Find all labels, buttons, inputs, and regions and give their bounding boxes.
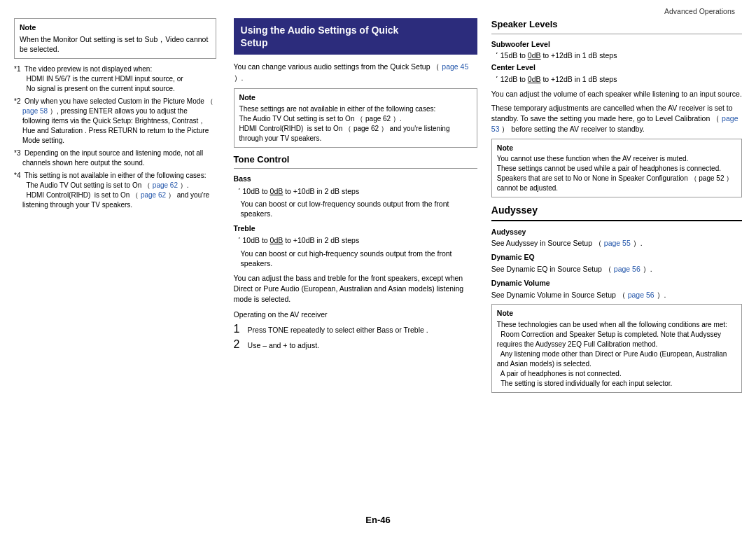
- mid-intro: You can change various audio settings fr…: [234, 62, 477, 83]
- dynamic-eq-desc: See Dynamic EQ in Source Setup （ page 56…: [491, 264, 742, 275]
- step-text-2: Use – and + to adjust.: [248, 339, 319, 351]
- footnote-4: *4 This setting is not available in eith…: [14, 171, 216, 210]
- speaker-desc1: You can adjust the volume of each speake…: [491, 89, 742, 99]
- footnote-3: *3 Depending on the input source and lis…: [14, 148, 216, 168]
- operating-label: Operating on the AV receiver: [234, 310, 477, 320]
- center-label: Center Level: [491, 62, 742, 73]
- footnote-num-2: *2: [14, 97, 24, 105]
- subwoofer-label: Subwoofer Level: [491, 39, 742, 50]
- speaker-levels-title: Speaker Levels: [491, 18, 742, 34]
- page-footer: En-46: [14, 515, 742, 528]
- steps-list: 1 Press TONE repeatedly to select either…: [234, 324, 477, 350]
- link-page52[interactable]: page 52: [699, 174, 724, 182]
- advanced-operations-label: Advanced Operations: [664, 7, 735, 15]
- bass-desc: You can boost or cut low-frequency sound…: [241, 199, 477, 219]
- note-mid-text: These settings are not available in eith…: [239, 104, 472, 144]
- section-label: Advanced Operations: [14, 7, 742, 15]
- middle-column: Using the Audio Settings of Quick Setup …: [227, 18, 484, 510]
- page-number: En-46: [365, 515, 390, 525]
- link-page58[interactable]: page 58: [22, 107, 48, 115]
- link-page45[interactable]: page 45: [442, 62, 468, 71]
- bass-range: ʼ 10dB to 0dB to +10dB in 2 dB steps: [238, 186, 477, 197]
- note-right2-text: These technologies can be used when all …: [497, 320, 736, 389]
- tone-control-title: Tone Control: [234, 153, 477, 169]
- center-range: ʼ 12dB to 0dB to +12dB in 1 dB steps: [496, 74, 742, 85]
- note-label-1: Note: [20, 22, 211, 33]
- page-container: Advanced Operations Note When the Monito…: [0, 0, 756, 535]
- link-dynamic-eq-page56[interactable]: page 56: [614, 265, 640, 273]
- note-label-mid: Note: [239, 92, 472, 103]
- note-box-monitor: Note When the Monitor Out setting is set…: [14, 18, 216, 59]
- footnote-num-4: *4: [14, 172, 24, 179]
- audyssey-item-label: Audyssey: [491, 227, 742, 237]
- note-box-right1: Note You cannot use these function when …: [491, 139, 742, 198]
- section-title-line2: Setup: [241, 36, 470, 49]
- audyssey-item-desc: See Audyssey in Source Setup （ page 55 ）…: [491, 238, 742, 249]
- tone-adjust-para: You can adjust the bass and treble for t…: [234, 273, 477, 305]
- link-audyssey-page55[interactable]: page 55: [604, 239, 631, 247]
- right-column: Speaker Levels Subwoofer Level ʼ 15dB to…: [484, 18, 742, 510]
- left-column: Note When the Monitor Out setting is set…: [14, 18, 227, 510]
- section-title-box: Using the Audio Settings of Quick Setup: [234, 18, 477, 55]
- subwoofer-range: ʼ 15dB to 0dB to +12dB in 1 dB steps: [496, 50, 742, 61]
- audyssey-title: Audyssey: [491, 203, 742, 221]
- dynamic-eq-label: Dynamic EQ: [491, 252, 742, 263]
- footnote-num-3: *3: [14, 149, 24, 157]
- footnote-1: *1 The video preview is not displayed wh…: [14, 64, 216, 94]
- step-2: 2 Use – and + to adjust.: [234, 339, 477, 351]
- link-fn4-page62a[interactable]: page 62: [153, 181, 178, 189]
- dynamic-volume-label: Dynamic Volume: [491, 278, 742, 289]
- link-mid-page62b[interactable]: page 62: [354, 125, 379, 132]
- speaker-desc2: These temporary adjustments are cancelle…: [491, 103, 742, 135]
- note-box-right2: Note These technologies can be used when…: [491, 304, 742, 393]
- step-text-1: Press TONE repeatedly to select either B…: [248, 324, 428, 335]
- bass-underline: 0dB: [270, 187, 284, 195]
- note-label-right2: Note: [497, 308, 736, 319]
- step-num-2: 2: [234, 339, 244, 351]
- note-text-1: When the Monitor Out setting is set to S…: [20, 34, 211, 55]
- bass-label: Bass: [234, 174, 477, 184]
- link-page53[interactable]: page 53: [491, 114, 738, 133]
- audyssey-section: Audyssey Audyssey See Audyssey in Source…: [491, 203, 742, 393]
- treble-label: Treble: [234, 223, 477, 234]
- footnote-num-1: *1: [14, 65, 24, 73]
- step-1: 1 Press TONE repeatedly to select either…: [234, 324, 477, 335]
- link-dynamic-vol-page56[interactable]: page 56: [628, 291, 654, 299]
- link-fn4-page62b[interactable]: page 62: [141, 191, 166, 199]
- footnote-2: *2 Only when you have selected Custom in…: [14, 97, 216, 146]
- note-box-mid: Note These settings are not available in…: [234, 88, 477, 148]
- link-mid-page62a[interactable]: page 62: [365, 115, 391, 123]
- treble-underline: 0dB: [270, 236, 284, 244]
- section-title-line1: Using the Audio Settings of Quick: [241, 24, 470, 36]
- main-content: Note When the Monitor Out setting is set…: [14, 18, 742, 510]
- dynamic-volume-desc: See Dynamic Volume in Source Setup （ pag…: [491, 290, 742, 300]
- note-label-right1: Note: [497, 143, 736, 153]
- center-underline: 0dB: [528, 75, 541, 83]
- subwoofer-underline: 0dB: [528, 51, 541, 60]
- treble-desc: You can boost or cut high-frequency soun…: [241, 249, 477, 269]
- treble-range: ʼ 10dB to 0dB to +10dB in 2 dB steps: [238, 235, 477, 246]
- step-num-1: 1: [234, 324, 244, 335]
- note-right1-text: You cannot use these function when the A…: [497, 154, 736, 193]
